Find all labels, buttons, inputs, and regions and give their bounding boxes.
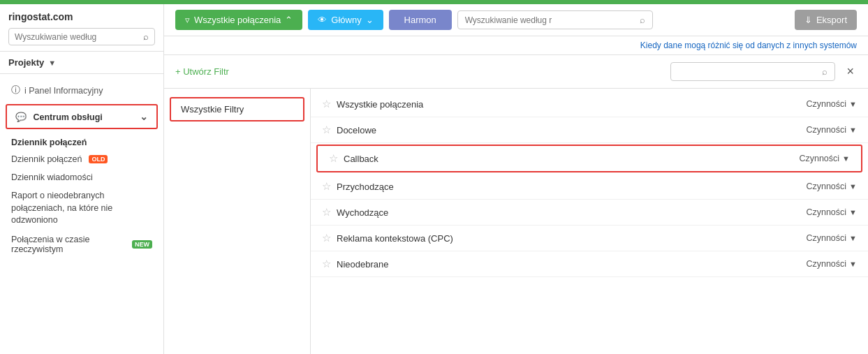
caret-icon-nieodebrane: ▼ (849, 260, 857, 268)
old-badge: OLD (89, 155, 108, 163)
sidebar-nav: ⓘ i Panel Informacyjny 💬 Centrum obsługi… (0, 74, 163, 354)
toolbar-search-input[interactable] (465, 15, 640, 25)
sidebar-item-dziennik-wiadomosci[interactable]: Dziennik wiadomości (0, 168, 163, 186)
sidebar-item-dziennik-polaczen[interactable]: Dziennik połączeń OLD (0, 150, 163, 168)
sidebar-search-icon[interactable]: ⌕ (143, 31, 149, 42)
filter-sidebar: Wszystkie Filtry (164, 89, 311, 354)
sidebar-search-input[interactable] (15, 32, 143, 42)
action-label-reklama: Czynności (806, 233, 846, 243)
dziennik-wiadomosci-label: Dziennik wiadomości (11, 172, 93, 182)
action-label-wychodzace: Czynności (806, 207, 846, 217)
filter-label-przychodzace: Przychodzące (337, 182, 394, 192)
filter-label-docelowe: Docelowe (337, 125, 376, 135)
info-icon: ⓘ (11, 84, 20, 96)
toolbar: ▿ Wszystkie połączenia ⌃ 👁 Główny ⌄ Harm… (164, 4, 868, 36)
sidebar-item-polaczenia-realtime[interactable]: Połączenia w czasie rzeczywistym NEW (0, 230, 163, 258)
star-icon-nieodebrane: ☆ (322, 258, 331, 270)
filter-chevron-icon: ⌃ (285, 15, 293, 25)
view-button[interactable]: 👁 Główny ⌄ (308, 10, 383, 30)
filter-list: ☆ Wszystkie połączenia Czynności ▼ ☆ Doc… (311, 89, 868, 354)
centrum-label: Centrum obsługi (33, 112, 102, 122)
sidebar: ringostat.com ⌕ Projekty ▼ ⓘ i Panel Inf… (0, 4, 164, 354)
filter-bar: + Utwórz Filtr ⌕ × (164, 55, 868, 89)
toolbar-search-icon[interactable]: ⌕ (640, 15, 645, 25)
harmonogram-button[interactable]: Harmon (389, 10, 452, 30)
caret-icon-docelowe: ▼ (849, 126, 857, 134)
star-icon-wychodzace: ☆ (322, 206, 331, 219)
export-button[interactable]: ⇓ Eksport (795, 10, 857, 30)
action-label-przychodzace: Czynności (806, 182, 846, 191)
caret-icon-wszystkie: ▼ (849, 100, 857, 108)
polaczenia-realtime-label: Połączenia w czasie rzeczywistym (11, 235, 128, 254)
content-area: + Utwórz Filtr ⌕ × Wszystkie Filtry (164, 55, 868, 354)
projects-button[interactable]: Projekty ▼ (0, 52, 163, 74)
toolbar-search-wrapper: ⌕ (457, 10, 653, 29)
export-label: Eksport (816, 15, 847, 25)
action-label-wszystkie: Czynności (806, 99, 846, 109)
filter-label-reklama: Reklama kontekstowa (CPC) (337, 233, 453, 244)
action-label-callback: Czynności (799, 154, 839, 163)
star-icon-wszystkie: ☆ (322, 98, 331, 110)
panel-info-label: i Panel Informacyjny (24, 86, 103, 96)
filter-content: Wszystkie Filtry ☆ Wszystkie połączenia … (164, 89, 868, 354)
harmonogram-label: Harmon (404, 15, 436, 25)
filter-item-przychodzace[interactable]: ☆ Przychodzące Czynności ▼ (311, 174, 868, 200)
view-chevron-icon: ⌄ (366, 15, 374, 25)
main-content: ▿ Wszystkie połączenia ⌃ 👁 Główny ⌄ Harm… (164, 4, 868, 354)
caret-icon-wychodzace: ▼ (849, 208, 857, 216)
dziennik-polaczen-label: Dziennik połączeń (11, 154, 82, 164)
projects-label: Projekty (8, 57, 44, 68)
filter-item-callback[interactable]: ☆ Callback Czynności ▼ (316, 145, 862, 172)
caret-icon-reklama: ▼ (849, 234, 857, 242)
filter-item-reklama[interactable]: ☆ Reklama kontekstowa (CPC) Czynności ▼ (311, 226, 868, 251)
filter-item-wychodzace[interactable]: ☆ Wychodzące Czynności ▼ (311, 200, 868, 226)
close-button[interactable]: × (844, 64, 857, 79)
action-label-docelowe: Czynności (806, 125, 846, 135)
export-icon: ⇓ (804, 15, 812, 25)
info-bar: Kiedy dane mogą różnić się od danych z i… (164, 36, 868, 55)
dziennik-group-label: Dziennik połączeń (0, 132, 163, 150)
sidebar-item-raport-nieodebrane[interactable]: Raport o nieodebranych połączeniach, na … (0, 186, 163, 230)
star-icon-przychodzace: ☆ (322, 180, 331, 193)
all-filters-label: Wszystkie Filtry (181, 104, 244, 115)
panel-informacyjny-item[interactable]: ⓘ i Panel Informacyjny (0, 80, 163, 101)
filter-icon: ▿ (185, 15, 190, 25)
caret-icon-callback: ▼ (842, 154, 850, 163)
star-icon-callback: ☆ (329, 152, 338, 165)
action-label-nieodebrane: Czynności (806, 259, 846, 269)
centrum-chevron-icon: ⌄ (140, 111, 148, 122)
filter-label-wszystkie: Wszystkie połączenia (337, 99, 423, 110)
filter-button[interactable]: ▿ Wszystkie połączenia ⌃ (175, 10, 302, 30)
sidebar-header: ringostat.com ⌕ (0, 4, 163, 52)
info-bar-text: Kiedy dane mogą różnić się od danych z i… (640, 40, 857, 50)
eye-icon: 👁 (318, 15, 327, 25)
centrum-obslugi-section[interactable]: 💬 Centrum obsługi ⌄ (6, 104, 158, 129)
brand-logo: ringostat.com (8, 11, 155, 22)
create-filter-button[interactable]: + Utwórz Filtr (175, 66, 229, 77)
filter-search-wrapper: ⌕ (670, 62, 835, 81)
sidebar-search-wrapper: ⌕ (8, 28, 155, 45)
view-button-label: Główny (331, 15, 361, 25)
filter-label-nieodebrane: Nieodebrane (337, 259, 388, 270)
star-icon-docelowe: ☆ (322, 124, 331, 136)
filter-item-docelowe[interactable]: ☆ Docelowe Czynności ▼ (311, 117, 868, 143)
filter-item-nieodebrane[interactable]: ☆ Nieodebrane Czynności ▼ (311, 251, 868, 277)
filter-button-label: Wszystkie połączenia (194, 15, 281, 25)
filter-label-callback: Callback (344, 154, 378, 164)
filter-label-wychodzace: Wychodzące (337, 207, 388, 218)
filter-item-wszystkie[interactable]: ☆ Wszystkie połączenia Czynności ▼ (311, 91, 868, 117)
all-filters-item[interactable]: Wszystkie Filtry (170, 97, 304, 121)
new-badge: NEW (132, 240, 152, 249)
filter-search-icon: ⌕ (822, 66, 827, 77)
caret-icon-przychodzace: ▼ (849, 182, 857, 191)
projects-chevron-icon: ▼ (48, 59, 56, 67)
centrum-icon: 💬 (15, 112, 27, 122)
filter-search-input[interactable] (678, 67, 818, 77)
star-icon-reklama: ☆ (322, 232, 331, 244)
